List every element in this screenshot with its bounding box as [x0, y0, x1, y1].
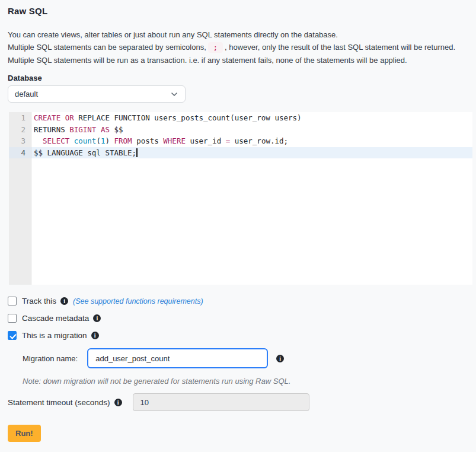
sql-editor[interactable]: 1CREATE OR REPLACE FUNCTION users_posts_… — [9, 112, 472, 285]
info-icon[interactable] — [60, 297, 68, 305]
info-icon[interactable] — [93, 314, 101, 322]
line-number: 4 — [9, 147, 31, 159]
track-this-requirements-link[interactable]: (See supported functions requirements) — [73, 297, 203, 305]
migration-name-row: Migration name: — [8, 348, 472, 368]
statement-timeout-row: Statement timeout (seconds) — [8, 393, 472, 411]
raw-sql-page: Raw SQL You can create views, alter tabl… — [0, 0, 476, 442]
code-text: $$ LANGUAGE sql STABLE; — [31, 147, 472, 159]
intro-line-2-before: Multiple SQL statements can be separated… — [8, 43, 206, 52]
code-line: 3 SELECT count(1) FROM posts WHERE user_… — [9, 135, 472, 147]
migration-name-input[interactable] — [87, 348, 268, 368]
text-cursor — [136, 148, 138, 157]
database-label: Database — [8, 74, 472, 82]
info-icon[interactable] — [91, 332, 99, 339]
database-selected-value: default — [15, 90, 38, 98]
track-this-checkbox[interactable] — [8, 297, 17, 305]
option-row-cascade-metadata: Cascade metadata — [8, 314, 472, 323]
editor-lines: 1CREATE OR REPLACE FUNCTION users_posts_… — [9, 112, 472, 158]
info-icon[interactable] — [114, 399, 122, 406]
info-icon[interactable] — [276, 355, 284, 362]
intro-line-3: Multiple SQL statements will be run as a… — [8, 54, 472, 66]
line-number: 3 — [9, 135, 31, 147]
code-line: 4$$ LANGUAGE sql STABLE; — [9, 147, 472, 159]
migration-note: Note: down migration will not be generat… — [8, 377, 472, 386]
migration-name-label: Migration name: — [23, 354, 78, 363]
intro-line-2-after: , however, only the result of the last S… — [225, 43, 455, 52]
line-number: 2 — [9, 124, 31, 136]
code-text: RETURNS BIGINT AS $$ — [31, 124, 472, 136]
option-row-track-this: Track this(See supported functions requi… — [8, 297, 472, 305]
intro-line-1: You can create views, alter tables or ju… — [8, 28, 472, 41]
statement-timeout-input[interactable] — [133, 393, 309, 411]
is-migration-checkbox[interactable] — [8, 331, 17, 340]
semicolon-code-chip: ; — [208, 42, 223, 53]
page-title: Raw SQL — [8, 6, 472, 16]
cascade-metadata-checkbox[interactable] — [8, 314, 17, 323]
cascade-metadata-label: Cascade metadata — [22, 314, 89, 323]
intro-text: You can create views, alter tables or ju… — [8, 28, 472, 66]
code-line: 2RETURNS BIGINT AS $$ — [9, 124, 472, 136]
is-migration-label: This is a migration — [22, 331, 87, 340]
option-row-is-migration: This is a migration — [8, 331, 472, 340]
options-list: Track this(See supported functions requi… — [8, 297, 472, 340]
code-text: CREATE OR REPLACE FUNCTION users_posts_c… — [31, 112, 472, 124]
chevron-down-icon — [170, 90, 178, 98]
intro-line-2: Multiple SQL statements can be separated… — [8, 41, 472, 54]
line-number: 1 — [9, 112, 31, 124]
statement-timeout-label: Statement timeout (seconds) — [8, 398, 110, 407]
code-text: SELECT count(1) FROM posts WHERE user_id… — [31, 135, 472, 147]
database-select[interactable]: default — [8, 85, 186, 103]
run-button[interactable]: Run! — [8, 425, 41, 442]
code-line: 1CREATE OR REPLACE FUNCTION users_posts_… — [9, 112, 472, 124]
track-this-label: Track this — [22, 297, 56, 305]
